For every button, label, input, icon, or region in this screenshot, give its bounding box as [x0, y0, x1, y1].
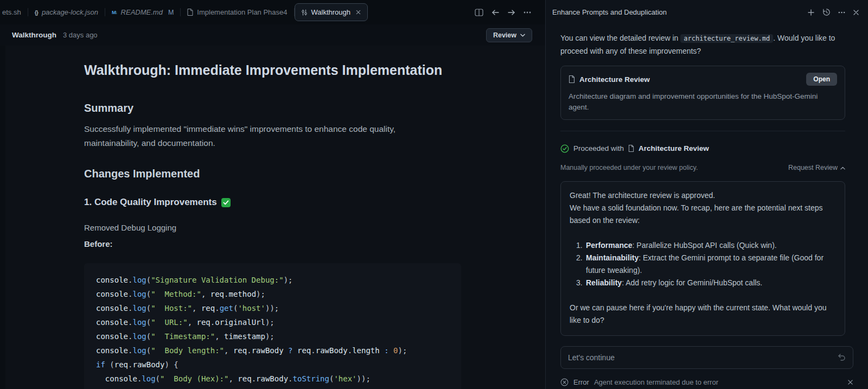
app-window: ets.sh {} package-lock.json M↓ README.md… — [0, 0, 868, 389]
git-modified-badge: M — [168, 9, 174, 16]
close-panel-icon[interactable] — [853, 9, 859, 16]
close-tab-icon[interactable] — [355, 9, 361, 15]
history-icon[interactable] — [822, 8, 831, 16]
tab-label: Walkthrough — [311, 8, 351, 16]
tab-ets-sh[interactable]: ets.sh — [0, 3, 28, 21]
editor-column: ets.sh {} package-lock.json M↓ README.md… — [0, 0, 545, 389]
document-icon — [569, 75, 575, 83]
document-header: Walkthrough 3 days ago Review — [0, 24, 545, 46]
proceeded-label: Proceeded with — [573, 142, 624, 155]
conversation-title: Enhance Prompts and Deduplication — [552, 8, 667, 16]
chevron-down-icon — [520, 34, 525, 37]
section1-heading: 1. Code Quality Improvements — [84, 196, 461, 208]
markdown-icon: M↓ — [112, 9, 117, 15]
error-circle-icon — [560, 378, 569, 386]
next-steps-list: 1. Performance: Parallelize HubSpot API … — [570, 239, 836, 289]
artifact-card: Architecture Review Open Architecture di… — [560, 66, 845, 120]
editor-gutter — [0, 46, 5, 389]
error-status-row: Error Agent execution terminated due to … — [560, 375, 853, 389]
navigate-forward-icon[interactable] — [507, 9, 516, 16]
list-item: 2. Maintainability: Extract the Gemini p… — [576, 252, 836, 277]
request-review-link[interactable]: Request Review — [788, 162, 845, 174]
split-editor-icon[interactable] — [475, 9, 483, 16]
artifact-title: Architecture Review — [579, 73, 650, 86]
removed-logging-text: Removed Debug Logging — [84, 222, 461, 233]
panel-actions — [807, 8, 859, 16]
document-icon — [628, 145, 634, 152]
dismiss-error-icon[interactable] — [847, 379, 853, 385]
agent-panel: Enhance Prompts and Deduplication You ca… — [545, 0, 868, 389]
review-button-label: Review — [493, 31, 516, 39]
assistant-message-card: Great! The architecture review is approv… — [560, 181, 845, 336]
conversation-body: You can view the detailed review in arch… — [546, 24, 868, 341]
open-artifact-button[interactable]: Open — [806, 73, 837, 86]
review-status-section: Proceeded with Architecture Review Manua… — [560, 131, 845, 174]
document-timestamp: 3 days ago — [63, 31, 98, 39]
editor-actions — [475, 9, 531, 16]
assistant-message: You can view the detailed review in arch… — [560, 32, 845, 58]
chevron-up-icon — [840, 167, 845, 170]
tab-label: package-lock.json — [42, 8, 98, 16]
tab-walkthrough[interactable]: Walkthrough — [295, 3, 368, 21]
check-circle-icon — [560, 144, 569, 153]
tab-label: Implementation Plan Phase4 — [197, 8, 287, 16]
undo-icon[interactable] — [837, 354, 846, 361]
inline-code-filename[interactable]: architecture_review.md — [680, 34, 773, 43]
proceeded-artifact-name[interactable]: Architecture Review — [639, 142, 709, 155]
code-block[interactable]: console.log("Signature Validation Debug:… — [84, 263, 461, 389]
tab-package-lock-json[interactable]: {} package-lock.json — [28, 3, 105, 21]
tab-readme-md[interactable]: M↓ README.md M — [105, 3, 180, 21]
document-title: Walkthrough — [12, 31, 56, 39]
proceeded-status-row: Proceeded with Architecture Review — [560, 142, 845, 155]
message-line: We have a solid foundation now. To recap… — [570, 202, 836, 227]
tab-label: README.md — [121, 8, 163, 16]
json-icon: {} — [35, 9, 38, 16]
document-area: Walkthrough: Immediate Improvements Impl… — [0, 46, 545, 389]
artifact-card-header: Architecture Review Open — [569, 73, 837, 86]
green-check-badge-icon — [221, 198, 231, 207]
chat-input[interactable]: Let's continue — [560, 346, 853, 369]
artifact-description: Architecture diagram and improvement opp… — [569, 91, 837, 113]
list-item: 3. Reliability: Add retry logic for Gemi… — [576, 277, 836, 289]
navigate-back-icon[interactable] — [491, 9, 500, 16]
walkthrough-icon — [301, 9, 308, 16]
summary-heading: Summary — [84, 101, 461, 115]
page-title: Walkthrough: Immediate Improvements Impl… — [84, 61, 461, 79]
agent-panel-header: Enhance Prompts and Deduplication — [546, 0, 868, 24]
before-label: Before: — [84, 239, 461, 250]
tab-implementation-plan[interactable]: Implementation Plan Phase4 — [181, 3, 293, 21]
message-line: Great! The architecture review is approv… — [570, 189, 836, 202]
file-icon — [187, 9, 193, 16]
panel-more-icon[interactable] — [838, 11, 845, 14]
tab-label: ets.sh — [2, 8, 21, 16]
new-conversation-icon[interactable] — [807, 9, 815, 16]
message-line: Or we can pause here if you're happy wit… — [570, 302, 836, 327]
policy-note: Manually proceeded under your review pol… — [560, 162, 698, 174]
more-actions-icon[interactable] — [524, 11, 531, 14]
chat-input-value: Let's continue — [568, 353, 615, 362]
list-item: 1. Performance: Parallelize HubSpot API … — [576, 239, 836, 252]
walkthrough-document: Walkthrough: Immediate Improvements Impl… — [5, 46, 461, 389]
review-policy-row: Manually proceeded under your review pol… — [560, 162, 845, 174]
error-message: Agent execution terminated due to error — [594, 378, 718, 386]
tab-bar: ets.sh {} package-lock.json M↓ README.md… — [0, 0, 545, 24]
review-button[interactable]: Review — [486, 28, 532, 42]
summary-text: Successfully implemented "immediate wins… — [84, 122, 429, 150]
error-label: Error — [573, 378, 589, 386]
changes-heading: Changes Implemented — [84, 167, 461, 181]
